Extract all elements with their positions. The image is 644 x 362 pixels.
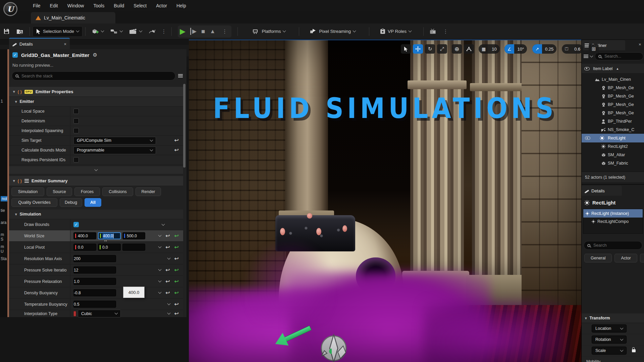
component-row-instance[interactable]: RectLight (Instance) — [583, 209, 643, 218]
resolution-max-axis-field[interactable]: 200 — [73, 255, 116, 262]
viewport[interactable]: FLUID SIMULATIONS — [189, 40, 581, 362]
filter-source[interactable]: Source — [47, 187, 72, 196]
level-asset-tab[interactable]: Lv_Main_Cinematic — [31, 12, 115, 23]
close-outliner-icon[interactable]: × — [639, 42, 641, 47]
outliner-row-rectlight[interactable]: RectLight — [582, 134, 644, 142]
revert-icon[interactable]: ↩ — [174, 290, 179, 296]
pressure-relaxation-field[interactable]: 1.0 — [73, 278, 116, 285]
menu-actor[interactable]: Actor — [151, 0, 172, 11]
camera-speed-value[interactable]: 0.6 — [571, 44, 583, 54]
filter-render[interactable]: Render — [136, 187, 161, 196]
outliner-row-sm-fabric[interactable]: SM_Fabric — [582, 159, 644, 168]
local-pivot-x-field[interactable]: 0.0 — [73, 244, 96, 251]
menu-edit[interactable]: Edit — [45, 0, 63, 11]
section-collapse-bar[interactable] — [9, 166, 183, 174]
outliner-row-bp-mesh[interactable]: BP_Mesh_Ge — [582, 92, 644, 101]
temperature-buoyancy-field[interactable]: 0.5 — [73, 301, 116, 308]
expand-triangle-icon[interactable]: ▾ — [585, 316, 587, 320]
grid-snap-control[interactable]: ▦ 10 — [479, 44, 500, 54]
sim-target-dropdown[interactable]: GPUCompute Sim — [73, 137, 156, 144]
reset-icon[interactable]: ↩ — [165, 279, 170, 284]
surface-snapping-button[interactable] — [464, 44, 474, 54]
chevron-down-icon[interactable] — [590, 54, 593, 57]
skip-button[interactable]: ▶ — [190, 28, 197, 35]
stack-search-box[interactable] — [12, 71, 175, 80]
camera-speed-control[interactable]: ⏍ 0.6 — [562, 44, 583, 54]
reset-icon[interactable]: ↩ — [165, 267, 170, 273]
tab-details-right[interactable]: Details — [582, 186, 622, 196]
outliner-filter-icon[interactable] — [584, 55, 588, 58]
reset-icon[interactable]: ↩ — [174, 138, 179, 143]
details-scrollbar[interactable] — [183, 84, 185, 168]
tab-general[interactable]: General — [584, 254, 612, 262]
play-button[interactable]: ▶ — [180, 27, 185, 36]
toolbar-overflow-icon[interactable]: ⋮ — [441, 28, 450, 35]
outliner-row-sm-altar[interactable]: SM_Altar — [582, 150, 644, 159]
tab-actor[interactable]: Actor — [614, 254, 637, 262]
stack-search-input[interactable] — [21, 74, 172, 78]
filter-all[interactable]: All — [85, 198, 101, 207]
reset-icon[interactable]: ↩ — [174, 256, 179, 261]
eject-button[interactable]: ▲ — [210, 28, 216, 35]
transform-row-mobility[interactable]: Mobility — [582, 356, 644, 362]
source-control-button[interactable] — [13, 26, 27, 37]
toolbar-overflow-icon[interactable]: ⋮ — [159, 28, 169, 35]
move-tool-button[interactable] — [413, 44, 423, 54]
world-space-button[interactable]: ⊕ — [452, 44, 462, 54]
reset-icon[interactable]: ↩ — [174, 302, 179, 307]
menu-file[interactable]: File — [28, 0, 45, 11]
reset-icon[interactable]: ↩ — [165, 290, 170, 296]
expand-triangle-icon[interactable]: ▾ — [15, 100, 17, 104]
outliner-row-bp-mesh[interactable]: BP_Mesh_Ge — [582, 109, 644, 117]
visibility-eye-icon[interactable] — [585, 136, 590, 140]
menu-help[interactable]: Help — [172, 0, 191, 11]
scale-snap-value[interactable]: 0.25 — [542, 44, 556, 54]
niagara-sprite-icon[interactable] — [317, 334, 351, 362]
save-button[interactable] — [0, 26, 13, 37]
vp-roles-dropdown[interactable]: VP Roles — [377, 26, 415, 37]
outliner-row-bp-mesh[interactable]: BP_Mesh_Ge — [582, 83, 644, 92]
camera-speed-icon[interactable]: ⏍ — [562, 44, 571, 54]
local-pivot-y-field[interactable]: 0.0 — [98, 244, 121, 251]
menu-select[interactable]: Select — [129, 0, 151, 11]
emitter-enabled-checkbox[interactable] — [12, 52, 18, 58]
outliner-row-bp-mesh[interactable]: BP_Mesh_Ge — [582, 100, 644, 109]
close-tab-icon[interactable]: × — [64, 42, 66, 47]
determinism-checkbox[interactable] — [73, 118, 79, 124]
filter-debug[interactable]: Debug — [60, 198, 82, 207]
outliner-header-row[interactable]: Item Label ▲ — [582, 64, 644, 74]
revert-icon[interactable]: ↩ — [174, 245, 179, 250]
interpolated-spawning-checkbox[interactable] — [73, 128, 79, 133]
cinematics-button[interactable] — [126, 26, 145, 37]
section-transform[interactable]: ▾ Transform — [582, 313, 644, 323]
pixel-streaming-dropdown[interactable]: Pixel Streaming — [307, 26, 359, 37]
play-options-icon[interactable]: ⋮ — [220, 28, 229, 35]
outliner-row-bp-thirdperson[interactable]: BP_ThirdPer — [582, 117, 644, 126]
world-size-z-field[interactable]: 500.0 — [122, 232, 145, 239]
unreal-logo-icon[interactable]: U — [3, 2, 17, 16]
selection-mode-dropdown[interactable]: Selection Mode — [33, 26, 83, 37]
expand-triangle-icon[interactable]: ▾ — [13, 179, 15, 183]
tab-partial[interactable] — [640, 254, 644, 262]
filter-simulation[interactable]: Simulation — [11, 187, 44, 196]
expand-triangle-icon[interactable]: ▾ — [13, 89, 15, 94]
world-size-x-field[interactable]: 400.0 — [73, 232, 96, 239]
section-emitter-summary[interactable]: ▾ ( ) Emitter Summary — [9, 176, 183, 186]
draw-bounds-checkbox[interactable] — [73, 222, 79, 227]
outliner-row-level[interactable]: Lv_Main_Cinen — [582, 75, 644, 84]
location-dropdown[interactable]: Location — [592, 324, 627, 333]
interpolation-type-dropdown[interactable]: Cubic — [78, 310, 121, 317]
group-emitter[interactable]: ▾ Emitter — [9, 97, 183, 107]
outliner-row-rectlight2[interactable]: RectLight2 — [582, 142, 644, 151]
rotate-tool-button[interactable]: ↻ — [425, 44, 435, 54]
stop-button[interactable]: ■ — [201, 28, 205, 35]
rotation-snap-value[interactable]: 10° — [514, 44, 527, 54]
grid-snap-icon[interactable]: ▦ — [479, 44, 489, 54]
menu-build[interactable]: Build — [109, 0, 129, 11]
reset-icon[interactable]: ↩ — [174, 147, 179, 153]
section-emitter-properties[interactable]: ▾ ( ) GPU Emitter Properties — [9, 87, 183, 97]
filter-quality-overrides[interactable]: Quality Overrides — [11, 198, 57, 207]
filter-collisions[interactable]: Collisions — [102, 187, 133, 196]
visibility-eye-icon[interactable] — [584, 67, 590, 70]
sort-ascending-icon[interactable]: ▲ — [616, 67, 619, 70]
